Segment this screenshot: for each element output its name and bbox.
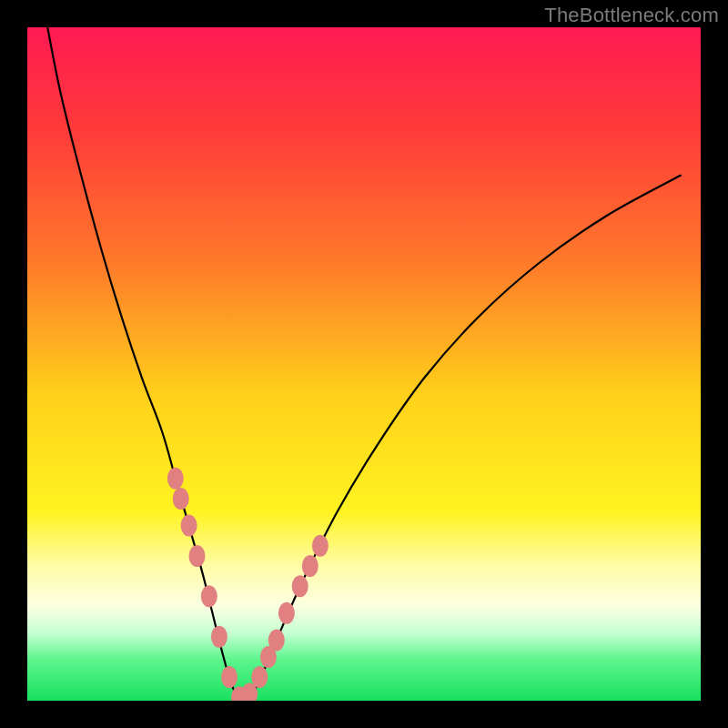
data-marker <box>312 535 329 557</box>
data-marker <box>268 629 285 651</box>
data-marker <box>302 555 318 577</box>
data-marker <box>201 585 217 607</box>
data-marker <box>173 488 189 510</box>
data-marker <box>278 602 295 624</box>
bottleneck-curve <box>47 27 681 701</box>
data-marker <box>221 666 238 688</box>
plot-area <box>27 27 701 701</box>
data-marker <box>292 575 308 597</box>
data-marker <box>167 468 184 490</box>
chart-overlay <box>27 27 701 701</box>
data-marker <box>188 545 205 567</box>
data-marker <box>251 666 268 688</box>
data-marker <box>211 626 228 648</box>
watermark-text: TheBottleneck.com <box>544 4 719 27</box>
chart-frame: TheBottleneck.com <box>0 0 728 728</box>
data-marker <box>181 515 197 537</box>
marker-group <box>167 468 329 701</box>
